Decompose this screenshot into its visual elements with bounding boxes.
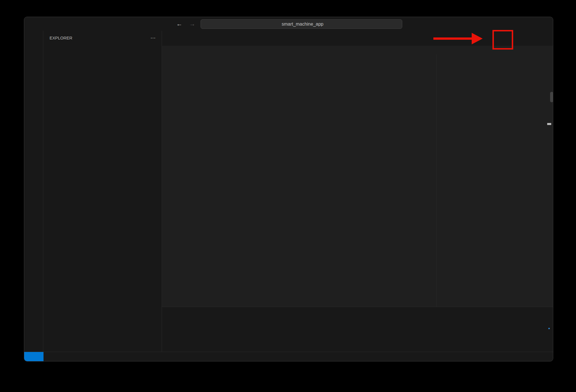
forward-arrow-icon[interactable]: → <box>189 20 195 27</box>
close-window-button[interactable] <box>31 22 35 26</box>
bottom-panel <box>162 307 553 352</box>
traffic-lights <box>31 22 48 26</box>
history-nav: ← → <box>176 17 195 31</box>
vscode-window: ← → smart_machine_app EXPLORER ⋯ <box>24 17 553 361</box>
titlebar: ← → smart_machine_app <box>24 17 553 31</box>
remote-indicator[interactable] <box>24 352 44 361</box>
code-editor[interactable] <box>162 54 553 307</box>
annotation-arrow-shaft <box>433 37 472 40</box>
annotation-arrow-head <box>472 33 483 44</box>
explorer-more-actions-icon[interactable]: ⋯ <box>150 35 156 41</box>
activity-bar <box>24 31 43 352</box>
terminal-scroll-indicator <box>548 328 550 329</box>
minimize-window-button[interactable] <box>37 22 41 26</box>
status-bar <box>24 352 553 361</box>
open-editors-header[interactable] <box>43 45 162 54</box>
zoom-window-button[interactable] <box>44 22 48 26</box>
sidebar-title: EXPLORER <box>50 36 72 40</box>
annotation-highlight-box <box>492 30 513 50</box>
overview-cursor-marker <box>547 123 551 125</box>
command-center-search[interactable]: smart_machine_app <box>201 19 402 29</box>
back-arrow-icon[interactable]: ← <box>176 20 182 27</box>
editor-scrollbar[interactable] <box>550 92 553 102</box>
search-value: smart_machine_app <box>282 22 324 27</box>
editor-ruler <box>436 54 437 307</box>
explorer-sidebar: EXPLORER ⋯ <box>43 31 162 352</box>
editor-group <box>162 31 553 352</box>
project-root-header[interactable] <box>43 54 162 64</box>
